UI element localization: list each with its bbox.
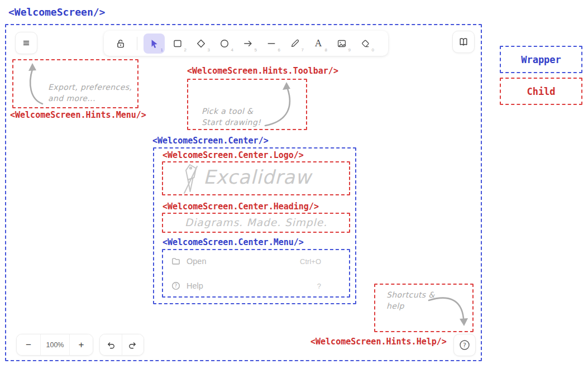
redo-icon <box>128 340 138 350</box>
hint-help-box: Shortcuts & help <box>374 284 474 332</box>
tool-toolbar: 1 2 3 4 <box>104 31 388 56</box>
center-logo-label: <WelcomeScreen.Center.Logo/> <box>162 150 304 160</box>
center-menu-label: <WelcomeScreen.Center.Menu/> <box>162 237 304 247</box>
folder-icon <box>171 256 181 266</box>
menu-item-open-label: Open <box>187 257 206 266</box>
center-label: <WelcomeScreen.Center/> <box>152 136 269 146</box>
line-icon <box>266 38 277 49</box>
center-menu-box: Open Ctrl+O ? Help ? <box>162 249 350 298</box>
tool-rectangle[interactable]: 2 <box>167 33 188 54</box>
tool-shortcut: 8 <box>325 47 327 52</box>
undo-button[interactable] <box>100 334 122 355</box>
tool-lock[interactable] <box>111 33 131 54</box>
hint-menu-text: Export, preferences, and more... <box>48 82 132 104</box>
toolbar-divider <box>137 37 137 50</box>
tool-shortcut: 1 <box>161 47 163 52</box>
menu-item-open-shortcut: Ctrl+O <box>300 257 321 266</box>
cursor-icon <box>149 38 160 49</box>
text-icon: A <box>315 39 322 48</box>
diamond-icon <box>195 38 207 49</box>
menu-item-help-label: Help <box>187 281 203 290</box>
image-icon <box>336 38 347 49</box>
hint-toolbar-arrow <box>261 81 300 128</box>
tool-shortcut: 4 <box>231 47 233 52</box>
history-controls <box>99 334 144 356</box>
ellipse-icon <box>219 38 230 49</box>
svg-text:?: ? <box>463 342 466 349</box>
center-heading-text: Diagrams. Made. Simple. <box>185 215 327 231</box>
tool-shortcut: 7 <box>302 47 304 52</box>
undo-icon <box>106 340 116 350</box>
redo-button[interactable] <box>122 334 144 355</box>
tool-shortcut: 6 <box>278 47 280 52</box>
hamburger-icon <box>21 37 32 49</box>
excalidraw-logo-icon <box>182 164 200 195</box>
tool-shortcut: 5 <box>255 47 257 52</box>
lock-icon <box>115 38 126 49</box>
tool-draw[interactable]: 7 <box>284 33 305 54</box>
tool-shortcut: 3 <box>208 47 210 52</box>
rectangle-icon <box>172 38 183 49</box>
plus-icon: + <box>79 339 84 351</box>
arrow-icon <box>242 38 254 49</box>
library-button[interactable] <box>452 31 475 53</box>
question-circle-icon: ? <box>458 339 471 351</box>
tool-text[interactable]: A 8 <box>308 33 329 54</box>
menu-item-help[interactable]: ? Help ? <box>171 279 321 293</box>
hint-toolbar-text: Pick a tool & Start drawing! <box>202 106 261 128</box>
tool-shortcut: 9 <box>348 47 351 52</box>
hint-menu-arrow <box>21 63 50 106</box>
zoom-level-button[interactable]: 100% <box>40 334 69 355</box>
legend-child-label: Child <box>527 86 555 97</box>
tool-image[interactable]: 9 <box>331 33 352 54</box>
tool-shortcut: 0 <box>372 47 374 52</box>
legend-child-box: Child <box>500 78 582 105</box>
zoom-in-button[interactable]: + <box>69 334 93 355</box>
center-heading-label: <WelcomeScreen.Center.Heading/> <box>162 202 319 212</box>
zoom-out-button[interactable]: − <box>17 334 40 355</box>
help-circle-icon: ? <box>171 281 181 291</box>
menu-item-open[interactable]: Open Ctrl+O <box>171 255 321 268</box>
zoom-controls: − 100% + <box>16 334 93 356</box>
book-icon <box>458 36 469 47</box>
center-heading-box: Diagrams. Made. Simple. <box>162 213 350 233</box>
page-title: <WelcomeScreen/> <box>8 6 105 18</box>
hint-menu-label: <WelcomeScreen.Hints.Menu/> <box>10 110 146 120</box>
welcome-screen-annotated-page: <WelcomeScreen/> <box>0 0 588 369</box>
tool-diamond[interactable]: 3 <box>190 33 212 54</box>
tool-arrow[interactable]: 5 <box>237 33 259 54</box>
minus-icon: − <box>26 339 31 351</box>
tool-line[interactable]: 6 <box>261 33 282 54</box>
svg-text:?: ? <box>175 283 178 289</box>
center-logo-box: Excalidraw <box>162 161 350 195</box>
legend-wrapper-box: Wrapper <box>500 46 582 73</box>
tool-eraser[interactable]: 0 <box>355 33 376 54</box>
tool-selection[interactable]: 1 <box>144 33 165 54</box>
pencil-icon <box>289 38 300 49</box>
hint-help-label: <WelcomeScreen.Hints.Help/> <box>310 337 447 347</box>
main-menu-button[interactable] <box>15 32 37 54</box>
menu-item-help-shortcut: ? <box>317 282 321 290</box>
excalidraw-logo-text: Excalidraw <box>203 166 312 188</box>
zoom-level-value: 100% <box>46 341 64 349</box>
help-button[interactable]: ? <box>453 334 476 356</box>
legend-wrapper-label: Wrapper <box>521 54 561 65</box>
eraser-icon <box>360 38 371 49</box>
hint-help-arrow <box>427 294 474 330</box>
hint-menu-box: Export, preferences, and more... <box>12 59 138 108</box>
hint-toolbar-label: <WelcomeScreen.Hints.Toolbar/> <box>187 66 338 76</box>
tool-ellipse[interactable]: 4 <box>214 33 235 54</box>
hint-toolbar-box: Pick a tool & Start drawing! <box>187 79 307 130</box>
tool-shortcut: 2 <box>184 47 187 52</box>
